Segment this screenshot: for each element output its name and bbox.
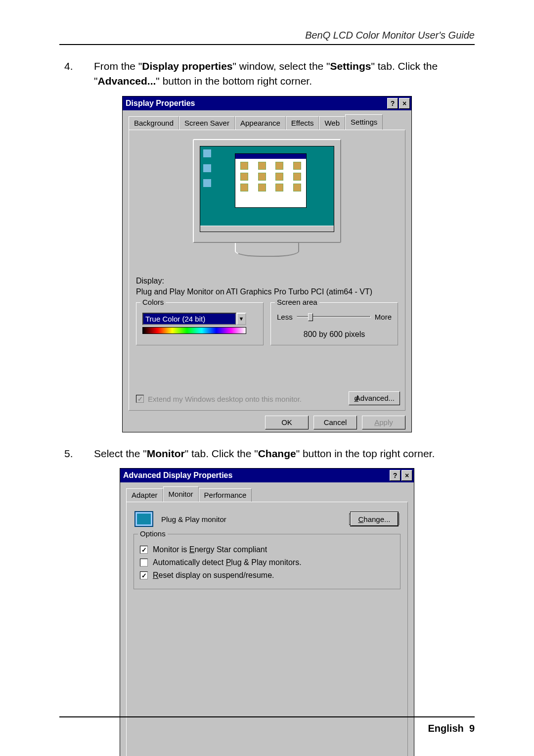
- cancel-button[interactable]: Cancel: [313, 416, 357, 429]
- slider-thumb[interactable]: [308, 313, 313, 321]
- desktop-taskbar: [200, 226, 334, 232]
- dialog-body: Background Screen Saver Appearance Effec…: [123, 110, 411, 435]
- step-4: 4. From the "Display properties" window,…: [59, 59, 475, 89]
- display-description: Plug and Play Monitor on ATI Graphics Pr…: [136, 287, 398, 296]
- page: BenQ LCD Color Monitor User's Guide 4. F…: [0, 0, 534, 756]
- figure-advanced-display-properties: Advanced Display Properties ? × Adapter …: [59, 468, 475, 756]
- tab-settings[interactable]: Settings: [345, 114, 383, 130]
- screen-area-legend: Screen area: [275, 298, 319, 306]
- options-group: Options ✓ Monitor is Energy Star complia…: [134, 534, 400, 589]
- step-number: 5.: [59, 446, 94, 461]
- figure-display-properties: Display Properties ? × Background Screen…: [59, 96, 475, 432]
- slider-more-label: More: [375, 313, 392, 321]
- option-reset-display: ✓ Reset display on suspend/resume.: [140, 571, 394, 580]
- apply-button[interactable]: Apply: [362, 416, 405, 429]
- resolution-slider[interactable]: Less More: [277, 313, 392, 321]
- colors-legend: Colors: [140, 298, 166, 306]
- desktop-window: [235, 153, 307, 208]
- slider-less-label: Less: [277, 313, 293, 321]
- tab-appearance[interactable]: Appearance: [235, 116, 286, 130]
- footer-rule: [59, 716, 475, 717]
- dialog-title: Display Properties: [126, 99, 386, 108]
- options-legend: Options: [138, 529, 168, 538]
- extend-label: Extend my Windows desktop onto this moni…: [148, 395, 302, 403]
- reset-display-label: Reset display on suspend/resume.: [153, 571, 274, 580]
- ok-button[interactable]: OK: [265, 416, 309, 429]
- slider-track[interactable]: [297, 316, 371, 318]
- tab-effects[interactable]: Effects: [286, 116, 319, 130]
- energy-star-checkbox[interactable]: ✓: [140, 546, 148, 554]
- change-button[interactable]: Change...: [351, 512, 398, 526]
- monitor-stand: [235, 243, 299, 257]
- screen-area-group: Screen area Less More 800 by 600 pixels: [270, 302, 398, 345]
- tab-adapter[interactable]: Adapter: [126, 488, 163, 502]
- monitor-icon: [134, 511, 153, 527]
- step-number: 4.: [59, 59, 94, 89]
- dialog-body: Adapter Monitor Performance Plug & Play …: [120, 482, 414, 756]
- colors-group: Colors True Color (24 bit) ▼: [136, 302, 264, 345]
- tab-performance[interactable]: Performance: [199, 488, 252, 502]
- help-button[interactable]: ?: [387, 98, 398, 109]
- settings-row: Colors True Color (24 bit) ▼ Screen area…: [136, 302, 398, 345]
- option-auto-detect: Automatically detect Plug & Play monitor…: [140, 558, 394, 567]
- footer-language: English: [428, 723, 464, 734]
- change-button-focus: Change...: [349, 514, 400, 525]
- tabstrip: Adapter Monitor Performance: [126, 486, 408, 502]
- close-button[interactable]: ×: [399, 98, 410, 109]
- footer-page-number: 9: [469, 723, 475, 734]
- advanced-button[interactable]: dAdvanced...: [349, 391, 400, 405]
- color-depth-combo[interactable]: True Color (24 bit) ▼: [142, 313, 246, 325]
- energy-star-label: Monitor is Energy Star compliant: [153, 545, 267, 554]
- auto-detect-label: Automatically detect Plug & Play monitor…: [153, 558, 302, 567]
- step-text: From the "Display properties" window, se…: [94, 59, 475, 89]
- monitor-preview: [176, 139, 358, 268]
- step-5: 5. Select the "Monitor" tab. Click the "…: [59, 446, 475, 461]
- advanced-display-properties-dialog: Advanced Display Properties ? × Adapter …: [120, 468, 414, 756]
- page-header: BenQ LCD Color Monitor User's Guide: [59, 30, 475, 45]
- reset-display-checkbox[interactable]: ✓: [140, 571, 148, 579]
- titlebar: Display Properties ? ×: [123, 96, 411, 110]
- option-energy-star: ✓ Monitor is Energy Star compliant: [140, 545, 394, 554]
- header-rule: [59, 44, 475, 45]
- extend-checkbox: ✓: [136, 395, 144, 403]
- tab-page-settings: Display: Plug and Play Monitor on ATI Gr…: [129, 130, 405, 411]
- step-text: Select the "Monitor" tab. Click the "Cha…: [94, 446, 475, 461]
- tab-page-monitor: Plug & Play monitor Change... Options ✓ …: [126, 502, 408, 756]
- instruction-list: 4. From the "Display properties" window,…: [59, 59, 475, 89]
- monitor-name: Plug & Play monitor: [161, 515, 226, 523]
- tab-monitor[interactable]: Monitor: [163, 486, 199, 502]
- desktop-icons: [203, 149, 211, 187]
- instruction-list-2: 5. Select the "Monitor" tab. Click the "…: [59, 446, 475, 461]
- dialog-buttons: OK Cancel Apply: [129, 416, 405, 429]
- display-label: Display:: [136, 277, 398, 285]
- color-depth-value: True Color (24 bit): [142, 313, 236, 325]
- display-properties-dialog: Display Properties ? × Background Screen…: [122, 96, 412, 432]
- dialog-title: Advanced Display Properties: [123, 471, 389, 480]
- extend-desktop-row: ✓ Extend my Windows desktop onto this mo…: [136, 395, 302, 403]
- tab-screen-saver[interactable]: Screen Saver: [179, 116, 235, 130]
- running-head: BenQ LCD Color Monitor User's Guide: [59, 30, 475, 41]
- auto-detect-checkbox[interactable]: [140, 559, 148, 567]
- tabstrip: Background Screen Saver Appearance Effec…: [129, 114, 405, 130]
- monitor-screen: [200, 146, 334, 232]
- help-button[interactable]: ?: [390, 470, 400, 481]
- close-button[interactable]: ×: [401, 470, 412, 481]
- tab-web[interactable]: Web: [319, 116, 345, 130]
- tab-background[interactable]: Background: [129, 116, 179, 130]
- monitor-bezel: [193, 139, 341, 243]
- page-footer: English 9: [428, 723, 475, 734]
- monitor-info-row: Plug & Play monitor Change...: [134, 511, 400, 527]
- titlebar: Advanced Display Properties ? ×: [120, 469, 414, 482]
- resolution-value: 800 by 600 pixels: [277, 330, 392, 339]
- chevron-down-icon[interactable]: ▼: [236, 313, 246, 325]
- color-preview-strip: [142, 327, 246, 334]
